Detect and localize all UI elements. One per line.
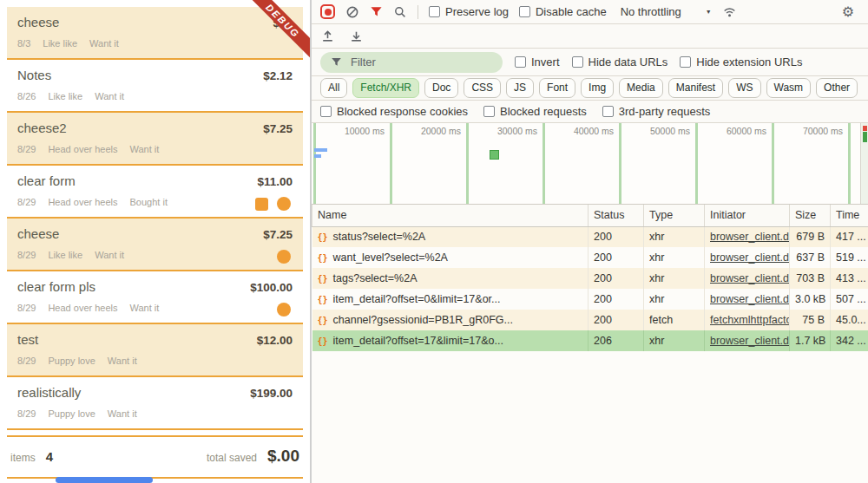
checkbox[interactable] xyxy=(572,56,583,68)
resource-type-chip[interactable]: Font xyxy=(539,78,575,97)
resource-type-chip[interactable]: Doc xyxy=(424,78,458,97)
resource-type-chip[interactable]: Manifest xyxy=(668,78,723,97)
checkbox[interactable] xyxy=(320,106,332,117)
hide-extension-urls-checkbox[interactable]: Hide extension URLs xyxy=(680,55,802,69)
network-request-row[interactable]: {}channel?gsessionid=PB1R_gR0FG... 200 f… xyxy=(312,310,868,330)
item-date: 8/3 xyxy=(17,38,30,49)
resource-type-chip[interactable]: All xyxy=(320,78,347,97)
xhr-icon: {} xyxy=(318,295,328,304)
checkbox[interactable] xyxy=(483,106,495,117)
import-har-button[interactable] xyxy=(320,29,335,43)
resource-type-chip[interactable]: Wasm xyxy=(766,78,812,97)
resource-type-chip[interactable]: CSS xyxy=(464,78,501,97)
item-tag: Want it xyxy=(95,91,124,101)
orange-circle-icon[interactable] xyxy=(277,303,291,317)
search-button[interactable] xyxy=(393,5,407,19)
checkbox[interactable] xyxy=(680,56,691,68)
throttling-select[interactable]: No throttling ▼ xyxy=(621,5,712,18)
request-size: 679 B xyxy=(790,226,831,247)
list-item[interactable]: cheese $7.25 8/29 Like like Want it xyxy=(7,219,303,271)
initiator-link[interactable]: browser_client.dar xyxy=(710,251,790,264)
list-item[interactable]: test $12.00 8/29 Puppy love Want it xyxy=(7,324,303,377)
item-date: 8/29 xyxy=(17,250,36,260)
column-header[interactable]: Name xyxy=(312,205,589,226)
item-title-row: clear form $11.00 xyxy=(17,173,293,188)
item-date: 8/29 xyxy=(17,303,36,313)
request-size: 75 B xyxy=(790,310,831,330)
clear-button[interactable] xyxy=(345,5,359,19)
hide-data-urls-label: Hide data URLs xyxy=(589,55,668,69)
list-item[interactable]: Notes $2.12 8/26 Like like Want it xyxy=(7,60,303,113)
item-tag: Want it xyxy=(130,303,160,313)
export-har-button[interactable] xyxy=(349,29,364,43)
item-title-row: cheese $10 xyxy=(17,15,293,29)
blocked-filter-checkbox[interactable]: Blocked requests xyxy=(483,105,587,118)
checkbox[interactable] xyxy=(429,6,440,17)
list-item[interactable]: cheese2 $7.25 8/29 Head over heels Want … xyxy=(7,113,303,166)
column-header[interactable]: Time xyxy=(831,205,868,226)
item-date: 8/29 xyxy=(17,408,36,419)
funnel-icon xyxy=(331,56,342,68)
invert-checkbox[interactable]: Invert xyxy=(515,55,560,69)
initiator-link[interactable]: browser_client.dar xyxy=(710,272,790,284)
column-header[interactable]: Status xyxy=(589,205,644,226)
blocked-filter-checkbox[interactable]: Blocked response cookies xyxy=(320,105,468,118)
summary-footer: items 4 total saved $.00 xyxy=(7,435,303,479)
disable-cache-checkbox[interactable]: Disable cache xyxy=(519,5,607,18)
checkbox[interactable] xyxy=(515,56,526,68)
item-list: cheese $10 8/3 Like like Want it xyxy=(7,7,303,430)
checkbox[interactable] xyxy=(519,6,530,17)
network-request-row[interactable]: {}item_detail?offset=0&limit=17&or... 20… xyxy=(312,289,868,310)
invert-label: Invert xyxy=(531,55,560,69)
initiator-link[interactable]: browser_client.dar xyxy=(710,231,790,243)
list-item[interactable]: realistically $199.00 8/29 Puppy love Wa… xyxy=(7,377,303,430)
request-status: 200 xyxy=(589,289,644,310)
initiator-link[interactable]: browser_client.dar xyxy=(710,293,790,305)
filter-toggle-button[interactable] xyxy=(370,5,383,18)
request-status: 200 xyxy=(589,268,644,289)
list-item[interactable]: clear form $11.00 8/29 Head over heels B… xyxy=(7,166,303,219)
resource-type-chip[interactable]: Other xyxy=(816,78,858,97)
orange-circle-icon[interactable] xyxy=(277,250,291,264)
request-name-cell: {}channel?gsessionid=PB1R_gR0FG... xyxy=(312,310,589,330)
orange-circle-icon[interactable] xyxy=(277,197,291,211)
request-initiator-cell: browser_client.dar xyxy=(705,268,790,289)
filter-input[interactable] xyxy=(349,55,488,69)
resource-type-chip[interactable]: Fetch/XHR xyxy=(352,78,419,97)
item-date: 8/26 xyxy=(17,91,36,101)
network-overview-timeline[interactable]: 10000 ms 20000 ms 30000 ms 40000 ms 5000… xyxy=(312,123,868,205)
item-tag: Puppy love xyxy=(48,356,95,366)
resource-type-chip[interactable]: Media xyxy=(619,78,663,97)
network-conditions-button[interactable] xyxy=(722,5,737,19)
item-tag: Want it xyxy=(95,250,124,260)
item-name: realistically xyxy=(17,385,81,400)
record-button[interactable] xyxy=(320,4,335,19)
download-icon xyxy=(349,29,364,43)
settings-gear-icon[interactable]: ⚙ xyxy=(842,5,854,19)
initiator-link[interactable]: browser_client.dar xyxy=(710,335,790,347)
column-header[interactable]: Size xyxy=(790,205,831,226)
column-header[interactable]: Type xyxy=(644,205,705,226)
resource-type-chip[interactable]: WS xyxy=(728,78,760,97)
filter-field[interactable] xyxy=(320,52,503,73)
blocked-filter-checkbox[interactable]: 3rd-party requests xyxy=(602,105,711,118)
initiator-link[interactable]: fetchxmlhttpfactor xyxy=(710,314,790,326)
network-request-row[interactable]: {}item_detail?offset=17&limit=17&o... 20… xyxy=(312,330,868,351)
network-request-row[interactable]: {}want_level?select=%2A 200 xhr browser_… xyxy=(312,247,868,268)
hide-data-urls-checkbox[interactable]: Hide data URLs xyxy=(572,55,668,69)
resource-type-chip[interactable]: Img xyxy=(581,78,614,97)
list-item[interactable]: cheese $10 8/3 Like like Want it xyxy=(7,7,303,60)
list-item[interactable]: clear form pls $100.00 8/29 Head over he… xyxy=(7,271,303,324)
timeline-gridline xyxy=(695,123,698,204)
orange-square-icon[interactable] xyxy=(255,198,268,211)
request-time: 507 ... xyxy=(831,289,868,310)
network-request-row[interactable]: {}status?select=%2A 200 xhr browser_clie… xyxy=(312,226,868,247)
column-header[interactable]: Initiator xyxy=(705,205,790,226)
timeline-scrollbar[interactable] xyxy=(860,123,868,204)
request-initiator-cell: browser_client.dar xyxy=(705,226,790,247)
network-request-row[interactable]: {}tags?select=%2A 200 xhr browser_client… xyxy=(312,268,868,289)
resource-type-chip[interactable]: JS xyxy=(506,78,534,97)
checkbox[interactable] xyxy=(602,106,614,117)
item-tag: Like like xyxy=(48,250,82,260)
preserve-log-checkbox[interactable]: Preserve log xyxy=(429,5,509,18)
